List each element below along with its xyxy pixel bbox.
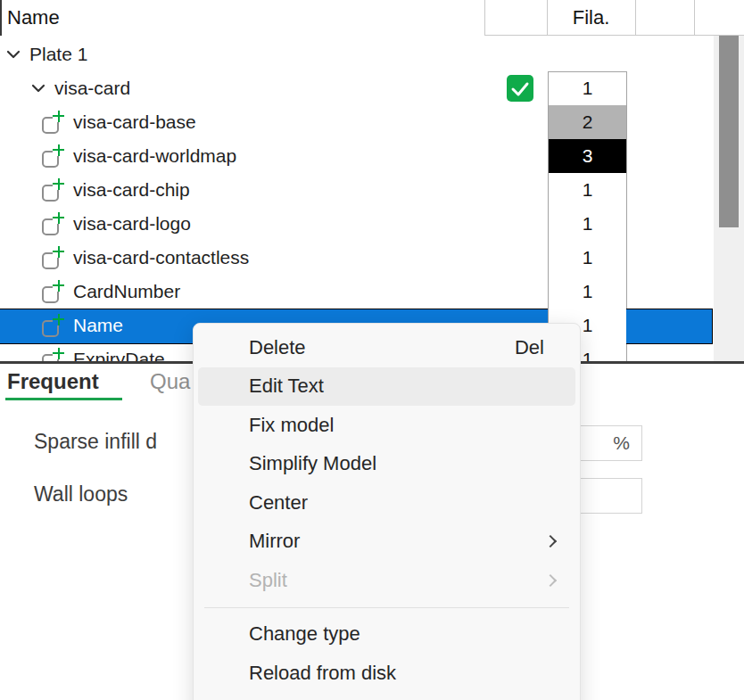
menu-item-split[interactable]: Split (198, 561, 575, 600)
add-part-icon (42, 111, 66, 135)
menu-item-label: Fix model (249, 414, 334, 437)
add-part-icon (42, 280, 66, 304)
filament-cell[interactable]: 1 (549, 241, 626, 275)
menu-item-edit-text[interactable]: Edit Text (198, 367, 575, 407)
list-item-cardnumber[interactable]: CardNumber 1 (0, 275, 744, 309)
menu-item-shortcut: Del (515, 336, 544, 359)
item-label: ExpiryDate (73, 349, 165, 361)
add-part-icon (42, 212, 66, 236)
menu-item-label: Edit Text (249, 375, 324, 398)
item-label: visa-card (54, 78, 130, 99)
menu-item-reload-from-disk[interactable]: Reload from disk (198, 654, 575, 693)
context-menu: Delete Del Edit Text Fix model Simplify … (193, 323, 581, 700)
vertical-scrollbar[interactable] (714, 36, 744, 361)
list-item-visa-card-logo[interactable]: visa-card-logo 1 (0, 207, 744, 241)
list-item-visa-card-worldmap[interactable]: visa-card-worldmap 3 (0, 139, 744, 173)
column-divider (484, 0, 485, 36)
menu-item-label: Split (249, 569, 287, 592)
filament-cell[interactable]: 1 (549, 275, 626, 309)
chevron-down-icon[interactable] (29, 79, 47, 97)
menu-item-label: Change type (249, 622, 360, 646)
item-label: CardNumber (73, 281, 180, 302)
column-divider (635, 0, 636, 36)
filament-cell[interactable]: 1 (549, 71, 626, 105)
item-label: Name (73, 315, 123, 336)
object-list-panel: Name Fila. Plate 1 visa-card 1 visa-car (0, 0, 744, 361)
column-divider (694, 0, 695, 36)
menu-item-label: Reload from disk (249, 662, 396, 685)
list-item-visa-card[interactable]: visa-card 1 (0, 71, 744, 105)
tab-frequent[interactable]: Frequent (7, 369, 99, 394)
list-item-visa-card-chip[interactable]: visa-card-chip 1 (0, 173, 744, 207)
active-tab-underline (5, 398, 122, 400)
item-label: visa-card-base (73, 111, 196, 133)
menu-item-delete[interactable]: Delete Del (198, 328, 575, 367)
filament-cell[interactable]: 3 (549, 139, 626, 173)
sparse-infill-label: Sparse infill d (34, 430, 157, 454)
item-label: Plate 1 (29, 44, 87, 65)
menu-item-label: Simplify Model (249, 452, 376, 475)
object-rows: Plate 1 visa-card 1 visa-card-base 2 vis… (0, 37, 744, 361)
object-list-header: Name Fila. (0, 0, 744, 36)
filament-cell[interactable]: 1 (549, 207, 626, 241)
item-label: visa-card-worldmap (73, 145, 236, 167)
wall-loops-label: Wall loops (34, 482, 128, 506)
menu-item-label: Mirror (249, 530, 300, 553)
name-column-header: Name (7, 0, 60, 36)
menu-item-center[interactable]: Center (198, 483, 575, 523)
add-part-icon (42, 348, 66, 362)
list-item-visa-card-base[interactable]: visa-card-base 2 (0, 105, 744, 139)
scrollbar-thumb[interactable] (719, 36, 739, 227)
menu-item-label: Delete (249, 336, 306, 359)
list-item-plate-1[interactable]: Plate 1 (0, 37, 744, 71)
filament-cell[interactable]: 2 (549, 105, 626, 139)
filament-column-header: Fila. (547, 0, 635, 36)
add-part-icon (42, 246, 66, 270)
menu-item-simplify-model[interactable]: Simplify Model (198, 445, 575, 484)
filament-cell[interactable]: 1 (549, 173, 626, 207)
menu-item-change-type[interactable]: Change type (198, 615, 575, 655)
chevron-down-icon[interactable] (4, 45, 22, 63)
tab-quality[interactable]: Qua (150, 369, 190, 394)
column-divider (547, 0, 548, 36)
percent-unit-label: % (613, 432, 630, 453)
header-bottom-border (484, 35, 744, 36)
submenu-arrow-icon (544, 535, 557, 548)
filament-checkbox[interactable] (507, 75, 533, 102)
menu-item-mirror[interactable]: Mirror (198, 523, 575, 562)
item-label: visa-card-contactless (73, 247, 249, 268)
item-label: visa-card-chip (73, 179, 190, 201)
add-part-icon (42, 144, 66, 169)
submenu-arrow-icon (544, 574, 557, 587)
add-part-icon (42, 178, 66, 202)
menu-item-fix-model[interactable]: Fix model (198, 406, 575, 445)
list-item-visa-card-contactless[interactable]: visa-card-contactless 1 (0, 241, 744, 275)
menu-separator (204, 607, 569, 608)
panel-left-border (0, 0, 2, 36)
item-label: visa-card-logo (73, 213, 191, 235)
add-part-icon (42, 314, 66, 338)
menu-item-label: Center (249, 491, 308, 515)
